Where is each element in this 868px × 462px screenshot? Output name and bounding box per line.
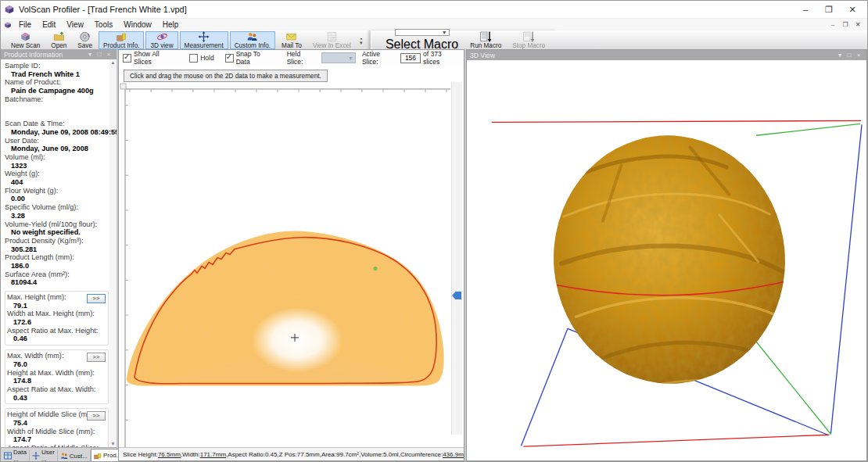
panel-menu-icon[interactable]: ▾ xyxy=(835,52,845,59)
menu-view[interactable]: View xyxy=(61,20,89,29)
product-field-group: >>Height of Middle Slice (mm):75.4Width … xyxy=(5,408,109,447)
panel-pin-icon[interactable]: □ xyxy=(845,52,854,59)
scroll-down-icon[interactable]: ▼ xyxy=(110,441,115,447)
open-button[interactable]: Open xyxy=(46,31,71,49)
product-info-label: Product Info. xyxy=(103,42,139,49)
child-restore-button[interactable]: ❐ xyxy=(839,21,852,28)
checkbox-box[interactable] xyxy=(123,54,131,63)
panel-pin-icon[interactable]: □ xyxy=(95,51,104,58)
window-title: VolScan Profiler - [Trad French White 1.… xyxy=(19,5,187,14)
surface-area-mm-value: 81094.4 xyxy=(5,278,109,287)
stop-macro-button: Stop Macro xyxy=(508,31,550,49)
scan-date-time-value: Monday, June 09, 2008 08:49:55 xyxy=(5,128,109,137)
select-macro-combobox[interactable]: ▼ xyxy=(395,29,450,36)
minimize-button[interactable]: – xyxy=(794,2,817,17)
menu-tools[interactable]: Tools xyxy=(89,20,118,29)
flour-weight-g-label: Flour Weight (g): xyxy=(5,187,109,195)
measurement-button[interactable]: Measurement xyxy=(180,31,228,49)
panel-menu-icon[interactable]: ▾ xyxy=(85,51,95,58)
child-minimize-button[interactable]: – xyxy=(827,21,839,28)
slice-position-marker[interactable] xyxy=(452,292,461,299)
product-length-mm-value: 186.0 xyxy=(5,262,109,270)
active-slice-input[interactable] xyxy=(400,53,421,63)
panel-close-icon[interactable]: × xyxy=(104,51,113,58)
restore-button[interactable]: ❐ xyxy=(817,2,841,17)
close-button[interactable]: ✕ xyxy=(841,2,864,17)
weight-g-value: 404 xyxy=(5,178,109,187)
status-value[interactable]: 0.45, xyxy=(265,451,279,458)
width-at-max-height-mm-label: Width at Max. Height (mm): xyxy=(7,310,106,318)
slice-2d-plot[interactable] xyxy=(119,82,450,447)
tab-data[interactable]: Data ... xyxy=(2,450,30,461)
checkbox-hold[interactable]: Hold xyxy=(189,50,213,66)
checkbox-box[interactable] xyxy=(225,54,234,63)
run-macro-icon xyxy=(479,31,492,42)
surface-area-mm-label: Surface Area (mm²): xyxy=(5,270,109,279)
measurement-instruction: Click and drag the mouse on the 2D data … xyxy=(124,70,328,82)
status-value[interactable]: 5.0ml, xyxy=(383,451,400,458)
menu-edit[interactable]: Edit xyxy=(37,20,61,29)
product-information-header: Product Information ▾ □ × xyxy=(1,49,117,59)
document-icon xyxy=(4,21,12,29)
view-3d-title: 3D View xyxy=(470,52,495,59)
flour-weight-g-value: 0.00 xyxy=(5,195,109,203)
product-panel-scrollbar[interactable]: ▲▼ xyxy=(109,59,117,447)
run-macro-button[interactable]: Run Macro xyxy=(465,31,506,49)
status-value[interactable]: 436.9mm. xyxy=(443,451,464,458)
status-label: Slice Height: xyxy=(123,451,158,458)
child-close-button[interactable]: ✕ xyxy=(852,21,864,28)
expand-button[interactable]: >> xyxy=(87,294,106,303)
slice-2d-panel: Show All SlicesHoldSnap To Data Held Sli… xyxy=(118,49,464,461)
menu-file[interactable]: File xyxy=(13,20,37,29)
specific-volume-ml-g-value: 3.28 xyxy=(5,212,109,220)
snap-marker xyxy=(373,267,377,270)
status-value[interactable]: 76.5mm, xyxy=(158,451,182,458)
custom-info-button[interactable]: Custom Info. xyxy=(230,31,275,49)
aspect-ratio-at-max-width-label: Aspect Ratio at Max. Width: xyxy=(7,385,106,394)
new-scan-button[interactable]: New Scan xyxy=(6,31,45,49)
slice-position-track[interactable] xyxy=(451,82,462,435)
select-macro-group: ▼ Select Macro xyxy=(379,30,464,50)
chevron-down-icon: ▼ xyxy=(348,56,355,61)
save-button[interactable]: Save xyxy=(73,31,97,49)
view-3d-content[interactable] xyxy=(467,60,866,460)
mail-to-button[interactable]: Mail To xyxy=(277,31,307,49)
product-info-button[interactable]: Product Info. xyxy=(99,31,144,49)
mail-to-label: Mail To xyxy=(282,42,302,49)
user-date-label: User Date: xyxy=(5,137,109,145)
slice-2d-plot-area[interactable] xyxy=(119,82,464,447)
aspect-ratio-of-middle-slice-label: Aspect Ratio of Middle Slice: xyxy=(7,444,106,447)
product-field-group: >>Max. Width (mm):76.0Height at Max. Wid… xyxy=(5,349,109,404)
scroll-up-icon[interactable]: ▲ xyxy=(110,59,115,66)
loaf-3d-render[interactable] xyxy=(467,60,866,460)
product-information-panel: Product Information ▾ □ × ▲▼ Sample ID:T… xyxy=(1,49,118,461)
checkbox-snap-to-data[interactable]: Snap To Data xyxy=(225,50,276,66)
tab-user[interactable]: User ... xyxy=(30,450,58,461)
title-bar: VolScan Profiler - [Trad French White 1.… xyxy=(1,1,867,19)
3d-view-button[interactable]: 3D view xyxy=(145,31,178,49)
checkbox-box[interactable] xyxy=(189,54,198,63)
weight-g-label: Weight (g): xyxy=(5,170,109,178)
toolbar-overflow-button[interactable]: ▪▾ xyxy=(357,30,366,50)
view-3d-header: 3D View ▾ □ × xyxy=(467,50,866,60)
status-value[interactable]: 99.7cm², xyxy=(336,451,360,458)
expand-button[interactable]: >> xyxy=(87,353,106,362)
aspect-ratio-at-max-height-label: Aspect Ratio at Max. Height: xyxy=(7,327,106,335)
checkbox-show-all-slices[interactable]: Show All Slices xyxy=(123,50,178,66)
status-label: Width: xyxy=(182,451,200,458)
view-in-excel-label: View In Excel xyxy=(313,42,351,49)
product-info-icon xyxy=(116,31,127,42)
tab-label: Data ... xyxy=(13,449,27,462)
stop-macro-label: Stop Macro xyxy=(512,42,545,49)
save-label: Save xyxy=(77,42,92,49)
status-value[interactable]: 77.5mm, xyxy=(297,451,321,458)
expand-button[interactable]: >> xyxy=(87,411,106,421)
macro-toolbar: ▼ Select Macro Run Macro Stop Macro xyxy=(371,30,558,50)
panel-close-icon[interactable]: × xyxy=(854,52,863,59)
menu-help[interactable]: Help xyxy=(157,20,185,29)
menu-window[interactable]: Window xyxy=(118,20,157,29)
tab-cust[interactable]: Cust... xyxy=(58,450,91,461)
status-label: Volume: xyxy=(360,451,383,458)
status-value[interactable]: 171.7mm, xyxy=(200,451,228,458)
new-scan-label: New Scan xyxy=(11,42,40,49)
